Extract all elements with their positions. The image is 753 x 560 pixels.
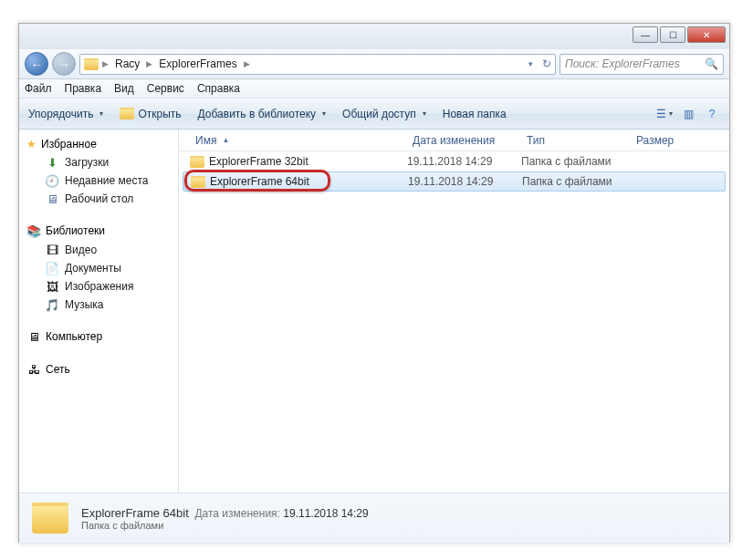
sidebar-item-label: Изображения — [65, 280, 133, 293]
sidebar-item-desktop[interactable]: 🖥Рабочий стол — [19, 190, 178, 208]
chevron-right-icon[interactable]: ▶ — [146, 59, 152, 68]
details-title: ExplorerFrame 64bit — [81, 506, 189, 520]
share-button[interactable]: Общий доступ — [342, 108, 426, 120]
chevron-right-icon[interactable]: ▶ — [244, 59, 250, 68]
column-date[interactable]: Дата изменения — [407, 134, 521, 147]
document-icon: 📄 — [45, 261, 59, 275]
navigation-pane: ★ Избранное ⬇Загрузки 🕘Недавние места 🖥Р… — [19, 130, 179, 493]
breadcrumb[interactable]: ExplorerFrames — [156, 57, 239, 70]
file-list: Имя▲ Дата изменения Тип Размер ExplorerF… — [179, 130, 729, 493]
dropdown-icon[interactable]: ▾ — [528, 59, 533, 68]
search-placeholder: Поиск: ExplorerFrames — [565, 57, 680, 70]
details-meta-label: Дата изменения: — [194, 507, 280, 520]
sidebar-label: Сеть — [46, 363, 70, 376]
menu-edit[interactable]: Правка — [65, 82, 102, 95]
breadcrumb[interactable]: Racy — [112, 57, 142, 70]
menu-tools[interactable]: Сервис — [147, 82, 184, 95]
picture-icon: 🖼 — [45, 279, 59, 294]
file-body: ★ Избранное ⬇Загрузки 🕘Недавние места 🖥Р… — [19, 130, 729, 493]
folder-icon — [84, 57, 99, 71]
open-label: Открыть — [138, 108, 181, 120]
sidebar-item-label: Видео — [65, 244, 97, 256]
address-bar[interactable]: ▶ Racy ▶ ExplorerFrames ▶ ▾ ↻ — [79, 54, 556, 75]
sidebar-network[interactable]: 🖧 Сеть — [19, 359, 178, 379]
search-icon[interactable]: 🔍 — [705, 57, 718, 70]
file-date: 19.11.2018 14:29 — [407, 155, 521, 168]
file-name: ExplorerFrame 64bit — [210, 175, 309, 188]
sort-asc-icon: ▲ — [222, 136, 229, 144]
organize-button[interactable]: Упорядочить — [28, 108, 103, 120]
open-button[interactable]: Открыть — [120, 108, 181, 120]
chevron-right-icon[interactable]: ▶ — [102, 59, 109, 68]
folder-icon — [32, 503, 68, 534]
folder-open-icon — [120, 108, 134, 119]
desktop-icon: 🖥 — [45, 192, 59, 206]
menu-help[interactable]: Справка — [197, 82, 240, 95]
clock-icon: 🕘 — [45, 173, 59, 188]
navigation-bar: ← → ▶ Racy ▶ ExplorerFrames ▶ ▾ ↻ Поиск:… — [19, 49, 729, 79]
menu-view[interactable]: Вид — [114, 82, 134, 95]
sidebar-item-label: Музыка — [65, 298, 103, 311]
search-input[interactable]: Поиск: ExplorerFrames 🔍 — [560, 54, 724, 75]
table-row[interactable]: ExplorerFrame 64bit 19.11.2018 14:29 Пап… — [183, 171, 726, 192]
network-icon: 🖧 — [26, 362, 41, 377]
menu-file[interactable]: Файл — [25, 82, 52, 95]
computer-icon: 🖥 — [26, 329, 41, 344]
add-to-library-button[interactable]: Добавить в библиотеку — [198, 108, 327, 120]
close-button[interactable]: ✕ — [687, 26, 726, 43]
column-name[interactable]: Имя▲ — [190, 134, 407, 147]
file-type: Папка с файлами — [522, 175, 632, 188]
download-icon: ⬇ — [45, 155, 59, 170]
refresh-icon[interactable]: ↻ — [542, 57, 551, 70]
star-icon: ★ — [26, 138, 37, 150]
file-type: Папка с файлами — [521, 155, 631, 168]
details-pane: ExplorerFrame 64bit Дата изменения: 19.1… — [19, 493, 729, 543]
maximize-button[interactable]: ☐ — [660, 26, 685, 43]
sidebar-item-label: Загрузки — [65, 156, 109, 169]
column-size[interactable]: Размер — [631, 134, 704, 147]
file-date: 19.11.2018 14:29 — [408, 175, 522, 188]
sidebar-item-recent[interactable]: 🕘Недавние места — [19, 171, 178, 190]
sidebar-item-label: Документы — [65, 262, 121, 275]
folder-icon — [190, 156, 204, 168]
preview-pane-icon[interactable]: ▥ — [680, 106, 696, 122]
forward-button[interactable]: → — [52, 52, 76, 76]
sidebar-item-pictures[interactable]: 🖼Изображения — [19, 277, 178, 296]
table-row[interactable]: ExplorerFrame 32bit 19.11.2018 14:29 Пап… — [179, 151, 729, 171]
music-icon: 🎵 — [45, 297, 59, 312]
column-label: Имя — [195, 134, 216, 147]
window-frame: — ☐ ✕ ← → ▶ Racy ▶ ExplorerFrames ▶ ▾ ↻ … — [18, 23, 730, 543]
file-name: ExplorerFrame 32bit — [209, 155, 309, 168]
sidebar-item-video[interactable]: 🎞Видео — [19, 241, 178, 259]
sidebar-favorites[interactable]: ★ Избранное — [19, 135, 178, 153]
new-folder-button[interactable]: Новая папка — [443, 108, 507, 120]
toolbar: Упорядочить Открыть Добавить в библиотек… — [19, 99, 729, 130]
view-options-icon[interactable]: ☰ — [656, 106, 673, 122]
help-icon[interactable]: ? — [704, 106, 720, 122]
column-type[interactable]: Тип — [521, 134, 631, 147]
folder-icon — [191, 176, 205, 188]
sidebar-label: Компьютер — [46, 330, 102, 343]
sidebar-item-downloads[interactable]: ⬇Загрузки — [19, 153, 178, 171]
sidebar-item-documents[interactable]: 📄Документы — [19, 259, 178, 277]
sidebar-item-label: Рабочий стол — [65, 192, 133, 205]
sidebar-label: Избранное — [41, 138, 97, 150]
library-icon: 📚 — [26, 223, 41, 238]
video-icon: 🎞 — [45, 243, 59, 257]
menu-bar: Файл Правка Вид Сервис Справка — [19, 79, 729, 99]
sidebar-item-label: Недавние места — [65, 174, 148, 187]
sidebar-item-music[interactable]: 🎵Музыка — [19, 296, 178, 314]
back-button[interactable]: ← — [25, 52, 48, 76]
sidebar-computer[interactable]: 🖥 Компьютер — [19, 327, 178, 347]
minimize-button[interactable]: — — [633, 26, 658, 43]
column-headers: Имя▲ Дата изменения Тип Размер — [179, 130, 729, 151]
titlebar[interactable]: — ☐ ✕ — [19, 24, 729, 49]
details-meta-value: 19.11.2018 14:29 — [283, 507, 368, 520]
sidebar-libraries[interactable]: 📚 Библиотеки — [19, 221, 178, 241]
details-subtitle: Папка с файлами — [81, 520, 369, 531]
sidebar-label: Библиотеки — [46, 224, 105, 237]
